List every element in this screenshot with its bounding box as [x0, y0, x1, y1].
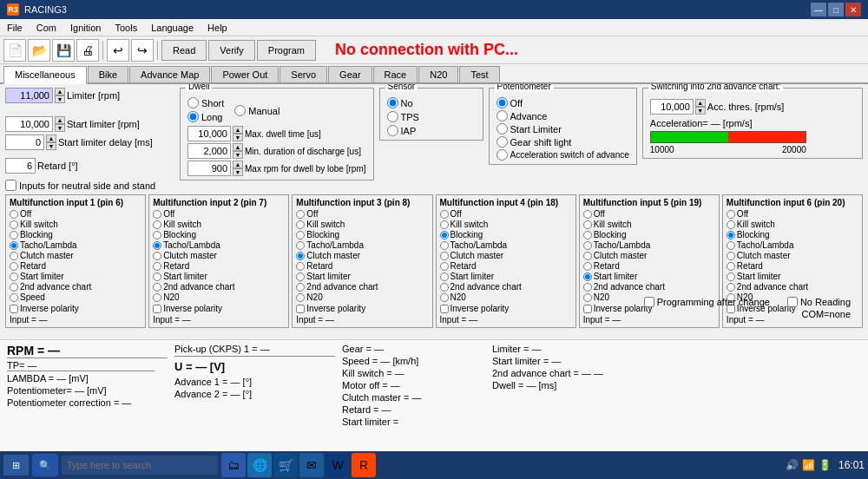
pot-accel-radio[interactable] — [496, 149, 508, 161]
tab-power-out[interactable]: Power Out — [211, 66, 279, 82]
dwell-manual-row: Manual — [234, 99, 279, 122]
2nd-advance-chart-label: 2nd advance chart = — — — [492, 368, 861, 378]
tab-bike[interactable]: Bike — [88, 66, 128, 82]
mf1-speed: Speed — [10, 292, 141, 302]
mf3-start: Start limiter — [296, 272, 428, 281]
redo-button[interactable]: ↪ — [131, 39, 154, 62]
limiter-input[interactable] — [5, 88, 53, 103]
mf-input-2: Multifunction input 2 (pin 7) Off Kill s… — [148, 194, 289, 328]
mf4-off: Off — [440, 209, 572, 219]
mf-input-5: Multifunction input 5 (pin 19) Off Kill … — [579, 194, 720, 328]
tab-test[interactable]: Test — [459, 66, 499, 82]
menu-language[interactable]: Language — [144, 19, 201, 36]
pot-advance-radio[interactable] — [496, 110, 508, 121]
retard-input[interactable] — [5, 158, 36, 174]
mf2-2nd: 2nd advance chart — [153, 282, 285, 292]
mf-input-4: Multifunction input 4 (pin 18) Off Kill … — [436, 194, 576, 328]
separator2 — [157, 41, 158, 60]
mf1-tacho: Tacho/Lambda — [10, 240, 141, 250]
limiter-spinner[interactable]: ▲▼ — [55, 88, 65, 103]
pot-off-row: Off — [496, 97, 629, 108]
mf3-n20: N20 — [296, 292, 428, 302]
pot-gear-shift-row: Gear shift light — [496, 136, 629, 148]
acc-thres-spinner[interactable]: ▲▼ — [695, 99, 706, 115]
save-button[interactable]: 💾 — [52, 39, 75, 62]
mf3-tacho: Tacho/Lambda — [296, 240, 428, 250]
taskbar-icon-store[interactable]: 🛒 — [273, 453, 298, 477]
window-controls: — □ ✕ — [811, 3, 861, 16]
undo-button[interactable]: ↩ — [107, 39, 129, 62]
tab-gear[interactable]: Gear — [328, 66, 372, 82]
menu-ignition[interactable]: Ignition — [63, 19, 108, 36]
dwell-long-radio[interactable] — [187, 111, 199, 122]
sensor-no-radio[interactable] — [387, 97, 398, 108]
acc-thres-input[interactable] — [650, 99, 694, 115]
max-rpm-dwell-input[interactable] — [187, 161, 231, 176]
menu-help[interactable]: Help — [201, 19, 234, 36]
pot-advance-row: Advance — [496, 110, 629, 121]
motor-off-label: Motor off = — — [342, 380, 485, 390]
max-dwell-input[interactable] — [187, 126, 231, 141]
taskbar-icon-word[interactable]: W — [326, 453, 350, 477]
neutral-checkbox[interactable] — [5, 180, 16, 191]
duration-input[interactable] — [187, 143, 231, 159]
dwell-short-radio[interactable] — [187, 97, 199, 108]
content-area: ▲▼ Limiter [rpm] ▲▼ Start limiter [rpm] … — [0, 84, 868, 478]
new-button[interactable]: 📄 — [3, 39, 26, 62]
mf4-retard: Retard — [440, 261, 572, 271]
mf6-clutch: Clutch master — [727, 251, 858, 260]
print-button[interactable]: 🖨 — [76, 39, 99, 62]
mf6-start: Start limiter — [727, 272, 858, 281]
max-rpm-dwell-spinner[interactable]: ▲▼ — [233, 161, 243, 176]
close-button[interactable]: ✕ — [845, 3, 861, 16]
sensor-options: No TPS IAP — [387, 97, 476, 136]
mf4-tacho: Tacho/Lambda — [440, 240, 572, 250]
pot-gear-shift-radio[interactable] — [496, 136, 508, 148]
sensor-section: Sensor No TPS IAP — [379, 88, 483, 141]
sensor-tps-radio[interactable] — [387, 111, 398, 122]
search-icon[interactable]: 🔍 — [32, 454, 58, 476]
menu-tools[interactable]: Tools — [108, 19, 144, 36]
start-limiter-delay-label: Start limiter delay [ms] — [58, 137, 153, 148]
menu-file[interactable]: File — [0, 19, 30, 36]
tab-race[interactable]: Race — [373, 66, 418, 82]
read-button[interactable]: Read — [161, 40, 207, 61]
menu-com[interactable]: Com — [30, 19, 63, 36]
dwell-manual-radio[interactable] — [234, 105, 246, 116]
start-limiter-spinner[interactable]: ▲▼ — [55, 116, 65, 132]
start-limiter-delay-input[interactable] — [5, 135, 44, 150]
pot-start-limiter-radio[interactable] — [496, 123, 508, 135]
tab-advance-map[interactable]: Advance Map — [129, 66, 210, 82]
open-button[interactable]: 📂 — [28, 39, 50, 62]
pot-advance-label: Advance — [510, 111, 548, 121]
taskbar-icon-app1[interactable]: R — [352, 453, 376, 477]
taskbar-icon-explorer[interactable]: 🗂 — [221, 453, 246, 477]
maximize-button[interactable]: □ — [828, 3, 844, 16]
dwell-section: Dwell Short Long Manual — [180, 88, 374, 180]
title-bar: R3 RACING3 — □ ✕ — [0, 0, 868, 19]
mf-input-6: Multifunction input 6 (pin 20) Off Kill … — [722, 194, 863, 328]
limiter-status-label: Limiter = — — [492, 344, 861, 354]
verify-button[interactable]: Verify — [208, 40, 255, 61]
duration-spinner[interactable]: ▲▼ — [233, 143, 243, 159]
taskbar-icon-edge[interactable]: 🌐 — [247, 453, 272, 477]
pot-off-radio[interactable] — [496, 97, 508, 108]
sensor-iap-radio[interactable] — [387, 125, 398, 136]
progress-bar — [650, 131, 806, 143]
start-button[interactable]: ⊞ — [3, 455, 29, 476]
dwell-type-col: Short Long — [187, 97, 224, 122]
tab-n20[interactable]: N20 — [418, 66, 458, 82]
search-input[interactable] — [62, 456, 218, 475]
start-limiter-input[interactable] — [5, 116, 53, 132]
mf5-off: Off — [583, 209, 715, 219]
start-limiter-delay-spinner[interactable]: ▲▼ — [46, 135, 56, 150]
neutral-row: Inputs for neutral side and stand — [5, 180, 174, 191]
minimize-button[interactable]: — — [811, 3, 826, 16]
program-button[interactable]: Program — [257, 40, 316, 61]
taskbar-icon-mail[interactable]: ✉ — [299, 453, 324, 477]
mf3-blocking: Blocking — [296, 230, 428, 240]
max-dwell-spinner[interactable]: ▲▼ — [233, 126, 243, 141]
tab-servo[interactable]: Servo — [279, 66, 327, 82]
neutral-label: Inputs for neutral side and stand — [19, 180, 155, 191]
tab-miscellaneous[interactable]: Miscellaneous — [3, 66, 87, 84]
